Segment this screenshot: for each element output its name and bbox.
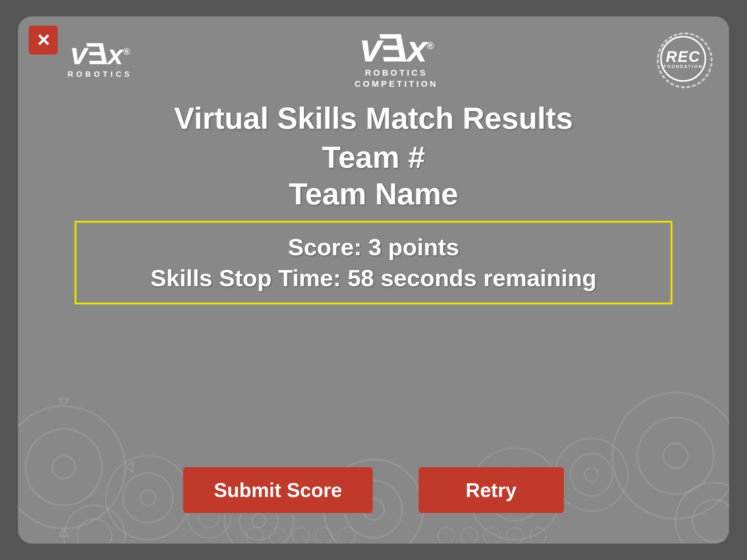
rec-text: REC [666,49,700,64]
svg-point-36 [529,528,546,544]
robotics-label-center: ROBOTICS COMPETITION [354,68,438,89]
vex-x-left: x [108,39,123,70]
rec-foundation-logo: REC FOUNDATION [660,36,706,82]
svg-point-10 [252,514,266,528]
team-name: Team Name [289,176,458,212]
svg-point-35 [507,528,523,544]
svg-point-33 [461,528,477,544]
svg-point-30 [676,482,729,544]
vex-x-center: x [407,28,426,69]
score-line1: Score: 3 points [99,232,648,263]
team-number: Team # [322,140,425,175]
svg-point-34 [484,528,500,544]
rec-logo-circle: REC FOUNDATION [660,36,706,82]
vex-reg-center: ® [427,40,433,51]
svg-point-6 [64,505,125,544]
svg-point-31 [693,500,729,542]
svg-point-3 [106,456,190,540]
svg-point-18 [292,528,309,544]
vex-competition-logo-center: vEx® ROBOTICS COMPETITION [354,28,438,89]
vex-robotics-logo-left: vEx® ROBOTICS [68,39,133,79]
svg-point-25 [570,454,612,496]
svg-point-19 [315,528,332,544]
svg-point-26 [585,468,598,482]
svg-point-4 [123,473,173,523]
svg-point-32 [438,528,455,544]
vex-v-left: v [70,37,88,71]
results-modal: ✕ vEx® ROBOTICS vEx® ROBOTICS COMPETITIO… [18,16,729,544]
main-content: Virtual Skills Match Results Team # Team… [18,93,729,460]
robotics-label-left: ROBOTICS [68,70,133,79]
svg-point-20 [338,528,355,544]
submit-score-button[interactable]: Submit Score [183,467,372,513]
close-button[interactable]: ✕ [29,26,58,55]
vex-v-center: v [360,26,381,70]
vex-e-center: E [381,28,407,68]
svg-point-5 [140,490,156,505]
vex-e-left: E [87,39,107,69]
svg-point-7 [77,519,112,544]
foundation-text: FOUNDATION [664,64,703,69]
svg-point-17 [270,528,286,544]
buttons-container: Submit Score Retry [183,467,563,513]
svg-point-16 [247,528,263,544]
score-box: Score: 3 points Skills Stop Time: 58 sec… [75,221,672,304]
score-line2: Skills Stop Time: 58 seconds remaining [99,263,648,294]
page-title: Virtual Skills Match Results [174,101,573,136]
retry-button[interactable]: Retry [419,467,564,513]
header-logos: vEx® ROBOTICS vEx® ROBOTICS COMPETITION … [18,16,729,93]
vex-reg-left: ® [123,46,130,57]
